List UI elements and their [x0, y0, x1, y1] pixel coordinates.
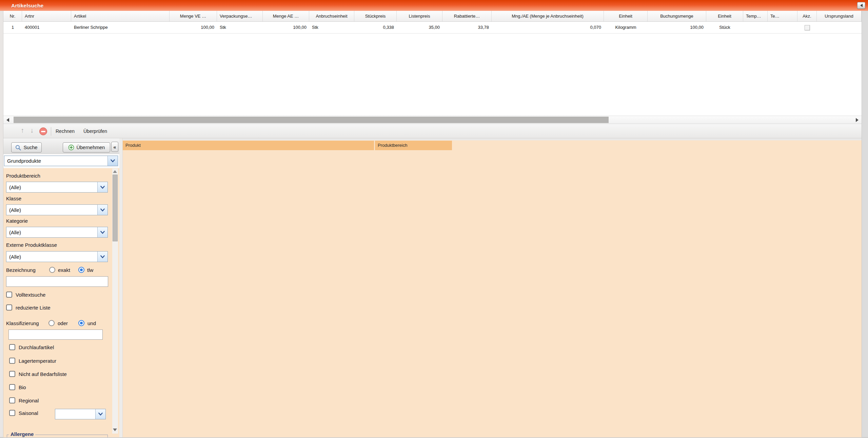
klasse-label: Klasse	[6, 196, 21, 201]
saisonal-select[interactable]	[55, 409, 106, 419]
column-header-einheit-1[interactable]: Einheit	[604, 11, 648, 21]
cell-artikel: Berliner Schrippe	[71, 22, 170, 33]
cell-nr: 1	[3, 22, 22, 33]
filter-scrollbar-thumb[interactable]	[113, 175, 118, 241]
scroll-left-icon	[6, 118, 9, 122]
column-header-artikel[interactable]: Artikel	[71, 11, 170, 21]
column-header-rabattierte[interactable]: Rabattierte…	[442, 11, 492, 21]
externe-produktklasse-select[interactable]: (Alle)	[6, 251, 108, 262]
artikelsuche-window: Artikelsuche Nr.ArtnrArtikelMenge VE …Ve…	[0, 0, 868, 438]
move-up-button[interactable]: ↑	[18, 126, 26, 134]
arrow-up-icon: ↑	[21, 126, 24, 134]
radio-oder[interactable]	[48, 320, 55, 326]
dropdown-button[interactable]	[95, 409, 105, 419]
column-header-nr[interactable]: Nr.	[3, 11, 22, 21]
cell-buchungsmenge: 100,00	[648, 22, 706, 33]
externe-produktklasse-label: Externe Produktklasse	[6, 242, 57, 248]
uebernehmen-button[interactable]: Übernehmen	[63, 142, 110, 153]
arrow-down-icon: ↓	[30, 126, 34, 134]
dropdown-button[interactable]	[107, 156, 118, 166]
klasse-value: (Alle)	[9, 205, 21, 215]
bezeichnung-input[interactable]	[6, 276, 108, 287]
column-header-artnr[interactable]: Artnr	[22, 11, 71, 21]
column-header-menge-ae[interactable]: Menge AE …	[263, 11, 309, 21]
cell-temp	[743, 22, 768, 33]
scroll-left-button[interactable]	[4, 116, 12, 124]
volltextsuche-checkbox[interactable]	[6, 292, 12, 298]
collapse-panel-button[interactable]: «	[111, 142, 118, 152]
chevron-down-icon	[100, 255, 105, 258]
uebernehmen-button-label: Übernehmen	[77, 145, 105, 150]
regional-checkbox[interactable]	[9, 397, 15, 403]
durchlaufartikel-checkbox[interactable]	[9, 344, 15, 350]
column-header-listenpreis[interactable]: Listenpreis	[397, 11, 442, 21]
search-scope-value: Grundprodukte	[7, 156, 41, 166]
produktbereich-select[interactable]: (Alle)	[6, 182, 108, 193]
cell-menge-ve: 100,00	[170, 22, 217, 33]
reduzierte-liste-checkbox[interactable]	[6, 304, 12, 311]
ueberpruefen-button[interactable]: Überprüfen	[81, 126, 110, 136]
column-header-verpackungseinheit[interactable]: Verpackungse…	[217, 11, 263, 21]
remove-row-button[interactable]	[39, 127, 47, 135]
kategorie-select[interactable]: (Alle)	[6, 227, 108, 238]
lower-area: Suche Übernehmen « Grundprodukte	[0, 138, 868, 437]
column-header-buchungsmenge[interactable]: Buchungsmenge	[648, 11, 706, 21]
nicht-auf-bedarfsliste-checkbox[interactable]	[9, 371, 15, 377]
scroll-right-button[interactable]	[853, 116, 861, 124]
akz-checkbox[interactable]	[805, 25, 810, 31]
produktbereich-value: (Alle)	[9, 182, 21, 192]
horizontal-scrollbar-thumb[interactable]	[14, 117, 609, 123]
search-panel-header: Suche Übernehmen «	[3, 138, 119, 154]
klassifizierung-input[interactable]	[8, 330, 103, 340]
product-results-panel: Produkt Produktbereich	[123, 138, 862, 437]
suche-button[interactable]: Suche	[11, 142, 42, 153]
column-header-anbruchseinheit[interactable]: Anbruchseinheit	[309, 11, 354, 21]
column-header-akz[interactable]: Akz.	[797, 11, 817, 21]
column-header-stueckpreis[interactable]: Stückpreis	[354, 11, 397, 21]
dropdown-button[interactable]	[97, 227, 107, 237]
bio-checkbox[interactable]	[9, 384, 15, 390]
dropdown-button[interactable]	[97, 182, 107, 192]
chevron-down-icon	[100, 186, 105, 189]
saisonal-checkbox[interactable]	[9, 410, 15, 416]
search-scope-select[interactable]: Grundprodukte	[4, 156, 118, 166]
panel-separator	[119, 138, 123, 437]
column-header-einheit-2[interactable]: Einheit	[706, 11, 743, 21]
klassifizierung-label: Klassifizierung	[6, 320, 39, 326]
window-collapse-button[interactable]	[857, 2, 865, 9]
column-header-menge-ve[interactable]: Menge VE …	[170, 11, 217, 21]
volltextsuche-label: Volltextsuche	[16, 292, 45, 298]
klasse-select[interactable]: (Alle)	[6, 204, 108, 215]
column-header-te[interactable]: Te…	[768, 11, 797, 21]
produkt-column-header[interactable]: Produkt	[123, 141, 374, 150]
produktbereich-column-header[interactable]: Produktbereich	[375, 141, 452, 150]
column-header-temp[interactable]: Temp…	[743, 11, 768, 21]
cell-verpackungseinheit: Stk	[217, 22, 263, 33]
move-down-button[interactable]: ↓	[28, 126, 36, 134]
radio-tlw-label: tlw	[87, 267, 93, 273]
cell-anbruchseinheit: Stk	[309, 22, 354, 33]
cell-stueckpreis: 0,338	[354, 22, 397, 33]
horizontal-scrollbar[interactable]	[3, 116, 862, 124]
table-row[interactable]: 1400001Berliner Schrippe100,00Stk100,00S…	[3, 22, 862, 34]
kategorie-value: (Alle)	[9, 227, 21, 237]
radio-exakt[interactable]	[49, 267, 55, 273]
dropdown-button[interactable]	[97, 252, 107, 262]
rechnen-button[interactable]: Rechnen	[53, 126, 77, 136]
radio-oder-label: oder	[58, 320, 68, 326]
cell-einheit-2: Stück	[706, 22, 743, 33]
cell-akz	[797, 22, 817, 33]
column-header-mng-ae[interactable]: Mng./AE (Menge je Anbruchseinheit)	[492, 11, 604, 21]
scroll-up-icon	[113, 170, 117, 173]
dropdown-button[interactable]	[97, 205, 107, 215]
externe-produktklasse-value: (Alle)	[9, 252, 21, 262]
cell-rabattierte: 33,78	[442, 22, 492, 33]
search-scope-row: Grundprodukte	[3, 154, 119, 168]
radio-und[interactable]	[78, 320, 84, 326]
collapse-chevrons-icon: «	[113, 144, 116, 150]
radio-tlw[interactable]	[78, 267, 84, 273]
lagertemperatur-checkbox[interactable]	[9, 358, 15, 364]
column-header-ursprungsland[interactable]: Ursprungsland	[817, 11, 862, 21]
cell-artnr: 400001	[22, 22, 71, 33]
filter-vertical-scrollbar[interactable]	[112, 168, 118, 434]
